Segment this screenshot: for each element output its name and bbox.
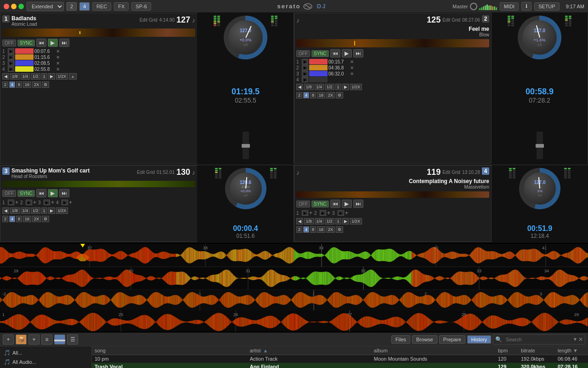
deck4-beat-2[interactable]: 2	[296, 226, 302, 233]
deck2-prev-btn[interactable]: ⏮	[330, 49, 340, 58]
deck3-beat-2[interactable]: 2	[2, 216, 8, 222]
sidebar-item-all-audio[interactable]: 🎵 All Audio...	[0, 357, 91, 367]
files-button[interactable]: Files	[391, 335, 410, 344]
col-header-bpm[interactable]: bpm	[498, 348, 521, 353]
col-header-song[interactable]: song	[95, 348, 250, 353]
col-resize-icon[interactable]: ▼	[573, 348, 578, 353]
deck4-beat-1-2[interactable]: 1/2	[325, 218, 334, 224]
deck2-play-btn[interactable]: ▶	[342, 49, 352, 58]
deck1-cue1-del[interactable]: ✕	[56, 49, 62, 54]
col-header-artist[interactable]: artist ▲	[250, 348, 374, 353]
deck3-cue2-add[interactable]: +	[33, 199, 36, 206]
deck4-beat-1-4[interactable]: 1/4	[315, 218, 324, 224]
deck4-cue1-add[interactable]: +	[309, 210, 312, 216]
deck3-beat-8[interactable]: 8	[16, 216, 22, 222]
deck2-beat-16[interactable]: 16	[317, 92, 325, 98]
deck4-beat-16[interactable]: 16	[317, 226, 325, 233]
bpm-knob-1[interactable]: 127.0 REL +0.0% ±8	[224, 16, 267, 59]
deck4-edit-grid[interactable]: Edit Grid	[442, 170, 460, 175]
deck4-prev-btn[interactable]: ⏮	[330, 200, 340, 208]
list-btn[interactable]: ≡	[41, 334, 52, 345]
info-button[interactable]: ℹ	[521, 2, 531, 11]
rec-button[interactable]: REC	[92, 2, 111, 11]
search-input[interactable]	[503, 336, 572, 343]
deck2-beat-1[interactable]: 1	[335, 84, 341, 90]
deck4-sync-btn[interactable]: SYNC	[311, 201, 329, 207]
deck1-cue3-del[interactable]: ✕	[56, 61, 62, 66]
deck2-edit-grid[interactable]: Edit Grid	[442, 17, 460, 23]
deck3-gear-icon[interactable]: ⚙	[42, 216, 49, 222]
deck3-beat-1-2x[interactable]: 1/2X	[56, 207, 68, 214]
deck3-beat-2x[interactable]: 2X	[32, 216, 41, 222]
prepare-button[interactable]: Prepare	[439, 335, 465, 344]
fx-button[interactable]: FX	[114, 2, 129, 11]
deck1-pitch-slider[interactable]	[243, 132, 249, 159]
deck3-cue1-play[interactable]: ▶	[8, 200, 14, 205]
deck2-beat-2[interactable]: 2	[296, 92, 302, 98]
minimize-btn[interactable]	[11, 4, 17, 9]
deck4-cue2-add[interactable]: +	[327, 210, 330, 216]
deck1-off-btn[interactable]: OFF	[2, 40, 16, 46]
deck1-cue2-play[interactable]: ▶	[8, 54, 14, 60]
deck1-beat-1[interactable]: 1	[41, 73, 47, 80]
deck3-cue4-play[interactable]: ▶	[62, 200, 68, 205]
deck3-cue4-add[interactable]: +	[69, 199, 72, 206]
table-row[interactable]: Trash Vocal Ang Finland 129 320.0kbps 07…	[92, 363, 588, 368]
deck1-next-btn[interactable]: ⏭	[59, 39, 69, 47]
deck1-beat-1-2[interactable]: 1/2	[31, 73, 40, 80]
deck1-cue2-del[interactable]: ✕	[56, 55, 62, 60]
deck2-beat-1-2[interactable]: 1/2	[325, 84, 334, 90]
setup-button[interactable]: SETUP	[534, 2, 560, 11]
deck2-beat-1-2x[interactable]: 1/2X	[350, 84, 362, 90]
search-clear-icon[interactable]: ✕	[578, 336, 583, 343]
deck4-gear-icon[interactable]: ⚙	[336, 226, 343, 233]
deck1-gear-icon[interactable]: ⚙	[42, 81, 49, 88]
deck3-beat-1-2[interactable]: 1/2	[31, 207, 40, 214]
deck2-sync-btn[interactable]: SYNC	[311, 50, 329, 57]
deck3-beat-16[interactable]: 16	[23, 216, 31, 222]
deck1-play-btn[interactable]: ▶	[48, 39, 58, 47]
deck1-cue1-play[interactable]: ▶	[8, 48, 14, 54]
deck3-cue2-play[interactable]: ▶	[26, 200, 32, 205]
deck2-cue1-del[interactable]: ✕	[350, 59, 356, 64]
deck3-edit-grid[interactable]: Edit Grid	[137, 170, 155, 175]
deck4-cue1-play[interactable]: ▶	[302, 210, 308, 216]
history-button[interactable]: History	[467, 335, 491, 344]
deck4-play-btn[interactable]: ▶	[342, 200, 352, 208]
maximize-btn[interactable]	[18, 4, 24, 9]
deck3-beat-1[interactable]: 1	[41, 207, 47, 214]
deck2-cue2-del[interactable]: ✕	[350, 65, 356, 70]
bpm-knob-2[interactable]: 127.0 REL +1.6% ±8	[518, 16, 561, 59]
deck4-beat-next[interactable]: ▶	[342, 218, 349, 224]
deck3-cue3-play[interactable]: ▶	[44, 200, 50, 205]
deck-4-btn[interactable]: 4	[79, 2, 90, 11]
deck1-beat-4[interactable]: 4	[9, 81, 15, 88]
deck4-off-btn[interactable]: OFF	[296, 201, 310, 207]
deck2-beat-next[interactable]: ▶	[342, 84, 349, 90]
deck4-beat-2x[interactable]: 2X	[326, 226, 335, 233]
deck3-beat-1-4[interactable]: 1/4	[21, 207, 30, 214]
deck2-cue3-del[interactable]: ✕	[350, 71, 356, 76]
table-row[interactable]: 10 pm Action Track Moon Mountain Sounds …	[92, 355, 588, 363]
crate-btn[interactable]: 📦	[16, 334, 27, 345]
deck2-beat-1-8[interactable]: 1/8	[304, 84, 314, 90]
deck1-beat-1-2x[interactable]: 1/2X	[56, 73, 68, 80]
deck1-beat-1-2b[interactable]: ▲	[69, 73, 77, 80]
deck3-beat-4[interactable]: 4	[9, 216, 15, 222]
deck3-play-btn[interactable]: ▶	[48, 189, 58, 197]
deck1-beat-1-4[interactable]: 1/4	[21, 73, 30, 80]
deck3-beat-1-8[interactable]: 1/8	[10, 207, 20, 214]
mode-dropdown[interactable]: Extended	[27, 2, 64, 11]
deck1-beat-16[interactable]: 16	[23, 81, 31, 88]
deck3-cue1-add[interactable]: +	[15, 199, 18, 206]
deck1-beat-next[interactable]: ▶	[48, 73, 55, 80]
bpm-knob-4[interactable]: 127.0 REL 3% ±8	[519, 168, 560, 209]
close-btn[interactable]	[4, 4, 9, 9]
deck1-cue4-del[interactable]: ✕	[56, 67, 62, 72]
deck4-cue3-add[interactable]: +	[345, 210, 348, 216]
deck3-prev-btn[interactable]: ⏮	[36, 189, 46, 197]
search-dropdown-icon[interactable]: ▼	[573, 337, 577, 342]
add-list-button[interactable]: +	[28, 334, 40, 345]
deck2-beat-8[interactable]: 8	[310, 92, 316, 98]
deck1-edit-grid[interactable]: Edit Grid	[140, 17, 158, 23]
